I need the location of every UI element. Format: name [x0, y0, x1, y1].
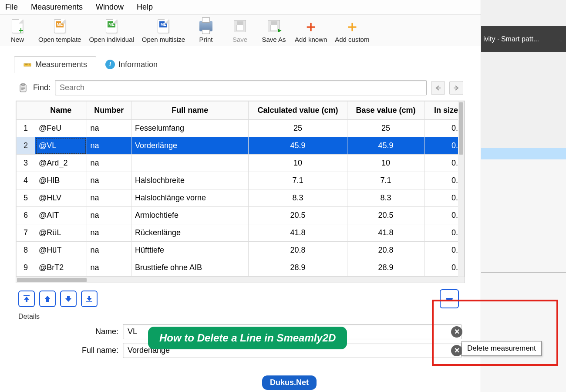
scrollbar-thumb[interactable] [459, 102, 463, 155]
cell-name[interactable]: @HIB [35, 172, 87, 189]
document-new-icon [10, 18, 25, 34]
cell-base[interactable]: 25 [347, 120, 424, 137]
move-top-button[interactable] [18, 291, 35, 307]
table-row[interactable]: 3@Ard_2na10100.6 [17, 155, 465, 172]
tab-label: Information [118, 60, 158, 69]
cell-base[interactable]: 20.8 [347, 242, 424, 259]
cell-base[interactable]: 41.8 [347, 224, 424, 242]
cell-name[interactable]: @FeU [35, 120, 87, 137]
cell-full-name[interactable]: Armlochtiefe [131, 207, 248, 224]
cell-full-name[interactable]: Halslochbreite [131, 172, 248, 189]
save-as-button[interactable]: ▸ Save As [261, 18, 287, 43]
cell-name[interactable]: @Ard_2 [35, 155, 87, 172]
menu-window[interactable]: Window [96, 3, 124, 12]
cell-number[interactable]: na [87, 242, 131, 259]
menu-file[interactable]: File [5, 3, 18, 12]
cell-calculated[interactable]: 7.1 [249, 172, 347, 189]
table-row[interactable]: 9@BrT2naBrusttiefe ohne AIB28.928.90.8 [17, 259, 465, 277]
cell-number[interactable]: na [87, 120, 131, 137]
cell-base[interactable]: 20.5 [347, 207, 424, 224]
scrollbar-thumb[interactable] [17, 278, 87, 282]
cell-name[interactable]: @AIT [35, 207, 87, 224]
horizontal-scrollbar[interactable] [16, 277, 465, 283]
clipboard-icon[interactable] [17, 82, 29, 94]
cell-name[interactable]: @VL [35, 137, 87, 155]
table-row[interactable]: 7@RüLnaRückenlänge41.841.80.5 [17, 224, 465, 242]
cell-full-name[interactable]: Brusttiefe ohne AIB [131, 259, 248, 277]
table-row[interactable]: 1@FeUnaFesselumfang25250.5 [17, 120, 465, 137]
table-row[interactable]: 8@HüTnaHüfttiefe20.820.80.2 [17, 242, 465, 259]
cell-number[interactable]: na [87, 207, 131, 224]
cell-base[interactable]: 8.3 [347, 189, 424, 207]
cell-name[interactable]: @HLV [35, 189, 87, 207]
cell-calculated[interactable]: 45.9 [249, 137, 347, 155]
svg-rect-6 [21, 84, 25, 85]
find-next-button[interactable] [449, 81, 463, 95]
print-button[interactable]: Print [193, 18, 219, 43]
cell-full-name[interactable]: Fesselumfang [131, 120, 248, 137]
cell-number[interactable]: na [87, 259, 131, 277]
menu-measurements[interactable]: Measurements [31, 3, 83, 12]
move-down-button[interactable] [60, 291, 77, 307]
cell-calculated[interactable]: 41.8 [249, 224, 347, 242]
menu-help[interactable]: Help [137, 3, 153, 12]
cell-name[interactable]: @RüL [35, 224, 87, 242]
col-base[interactable]: Base value (cm) [347, 101, 424, 120]
delete-tooltip: Delete measurement [462, 341, 542, 356]
toolbar-label: Add custom [335, 36, 369, 43]
cell-full-name[interactable]: Rückenlänge [131, 224, 248, 242]
tab-information[interactable]: i Information [96, 56, 167, 73]
cell-full-name[interactable]: Halslochlänge vorne [131, 189, 248, 207]
delete-measurement-button[interactable] [440, 289, 459, 308]
col-number[interactable]: Number [87, 101, 131, 120]
table-row[interactable]: 5@HLVnaHalslochlänge vorne8.38.30.4 [17, 189, 465, 207]
cell-number[interactable]: na [87, 155, 131, 172]
cell-name[interactable]: @BrT2 [35, 259, 87, 277]
clear-name-button[interactable]: ✕ [451, 326, 462, 338]
add-custom-button[interactable]: ＋ Add custom [335, 18, 369, 43]
cell-full-name[interactable]: Hüfttiefe [131, 242, 248, 259]
cell-calculated[interactable]: 28.9 [249, 259, 347, 277]
cell-base[interactable]: 7.1 [347, 172, 424, 189]
plus-icon: ＋ [303, 18, 319, 34]
cell-calculated[interactable]: 8.3 [249, 189, 347, 207]
table-row[interactable]: 4@HIBnaHalslochbreite7.17.10.2 [17, 172, 465, 189]
search-input[interactable] [55, 80, 427, 95]
cell-number[interactable]: na [87, 172, 131, 189]
cell-base[interactable]: 10 [347, 155, 424, 172]
move-bottom-button[interactable] [81, 291, 98, 307]
name-field-label: Name: [18, 327, 118, 336]
cell-calculated[interactable]: 10 [249, 155, 347, 172]
new-button[interactable]: New [4, 18, 30, 43]
save-icon [232, 18, 248, 34]
cell-full-name[interactable]: Vorderlänge [131, 137, 248, 155]
cell-full-name[interactable] [131, 155, 248, 172]
open-individual-button[interactable]: ME Open individual [89, 18, 134, 43]
cell-number[interactable]: na [87, 137, 131, 155]
move-up-button[interactable] [39, 291, 56, 307]
find-prev-button[interactable] [431, 81, 445, 95]
vertical-scrollbar[interactable] [458, 101, 464, 282]
add-known-button[interactable]: ＋ Add known [295, 18, 327, 43]
cell-number[interactable]: na [87, 189, 131, 207]
tab-measurements[interactable]: Measurements [14, 56, 96, 73]
minus-icon [444, 294, 455, 304]
cell-calculated[interactable]: 25 [249, 120, 347, 137]
table-row[interactable]: 2@VLnaVorderlänge45.945.90.6 [17, 137, 465, 155]
open-template-button[interactable]: ME Open template [38, 18, 81, 43]
col-name[interactable]: Name [35, 101, 87, 120]
col-full-name[interactable]: Full name [131, 101, 248, 120]
cell-calculated[interactable]: 20.5 [249, 207, 347, 224]
overflow-chevrons-icon[interactable]: » [559, 37, 563, 44]
clear-fullname-button[interactable]: ✕ [451, 345, 462, 356]
cell-base[interactable]: 45.9 [347, 137, 424, 155]
cell-calculated[interactable]: 20.8 [249, 242, 347, 259]
toolbar-label: Add known [295, 36, 327, 43]
cell-number[interactable]: na [87, 224, 131, 242]
table-row[interactable]: 6@AITnaArmlochtiefe20.520.50.5 [17, 207, 465, 224]
open-multisize-button[interactable]: ME Open multisize [142, 18, 185, 43]
col-index[interactable] [17, 101, 35, 120]
cell-base[interactable]: 28.9 [347, 259, 424, 277]
cell-name[interactable]: @HüT [35, 242, 87, 259]
col-calculated[interactable]: Calculated value (cm) [249, 101, 347, 120]
